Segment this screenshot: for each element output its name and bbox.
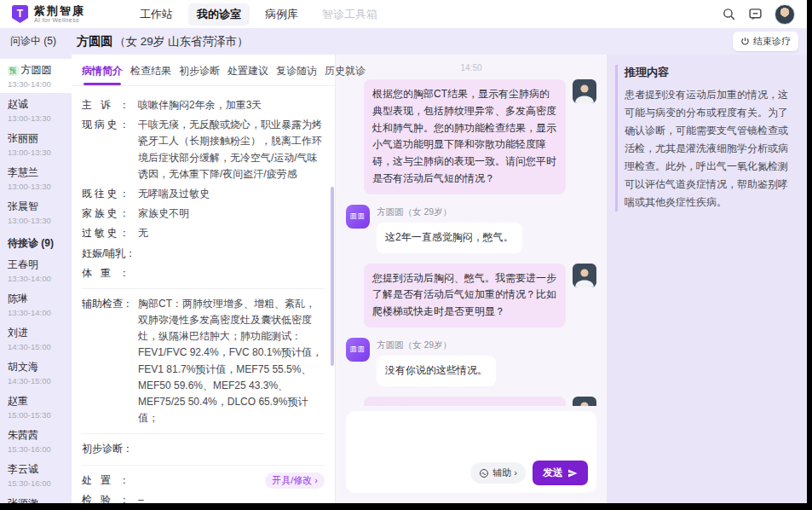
field-label: 体重： (82, 265, 130, 281)
patient-name: 方圆圆 (77, 34, 112, 48)
message-icon[interactable] (748, 7, 763, 21)
patient-list-sidebar: 预方圆圆 13:30-14:00 赵诚13:00-13:30 张丽丽13:00-… (0, 55, 72, 503)
reasoning-panel: 推理内容 患者提到没有运动后加重的情况，这可能与病变的分布或程度有关。为了确认诊… (607, 55, 807, 503)
patient-list-item[interactable]: 张丽丽13:00-13:30 (0, 127, 72, 161)
user-avatar[interactable] (775, 4, 795, 25)
message-bubble: 您提到活动后胸闷、憋气。我需要进一步了解是否有活动后气短加重的情况？比如爬楼梯或… (364, 264, 566, 327)
doctor-avatar (573, 264, 596, 287)
field-value: 干咳无痰，无反酸或烧心，职业暴露为烤瓷牙工人（长期接触粉尘），脱离工作环境后症状… (138, 117, 325, 183)
nav-my-clinic[interactable]: 我的诊室 (188, 3, 250, 26)
reasoning-title: 推理内容 (625, 65, 797, 80)
medical-record-panel: 病情简介 检查结果 初步诊断 处置建议 复诊随访 历史就诊 主诉：咳嗽伴胸闷2年… (72, 55, 335, 503)
patient-list-item[interactable]: 张晨智13:00-13:30 (0, 195, 72, 229)
reasoning-body: 患者提到没有运动后加重的情况，这可能与病变的分布或程度有关。为了确认诊断，可能需… (625, 86, 797, 212)
message-bubble: 我需要安排您进行支气管镜检查，以进一步明确肺部病变性质。这项检查可以帮助我们获取… (364, 397, 566, 406)
queue-status: 问诊中 (5) (0, 34, 72, 49)
send-button[interactable]: 发送 (533, 461, 588, 485)
search-icon[interactable] (722, 7, 736, 21)
patient-list-item[interactable]: 赵诚13:00-13:30 (0, 93, 72, 127)
tab-initial-diagnosis[interactable]: 初步诊断 (177, 61, 222, 85)
field-value: 无 (138, 225, 325, 241)
issue-modify-button[interactable]: 开具/修改 › (265, 472, 325, 489)
aux-exam-value: 胸部CT：两肺纹理增多、增粗、紊乱，双肺弥漫性多发高密度灶及囊状低密度灶，纵隔淋… (138, 296, 325, 427)
waiting-section-header: 待接诊 (9) (0, 229, 72, 253)
field-label: 检验： (82, 492, 130, 503)
tab-followup-visit[interactable]: 复诊随访 (274, 61, 319, 85)
brand-logo: T 紫荆智康 AI for Wellness (12, 5, 124, 24)
patient-message: 圆圆 方圆圆（女 29岁） 没有你说的这些情况。 (346, 338, 596, 386)
nav-case-library[interactable]: 病例库 (256, 3, 307, 26)
doctor-message: 根据您的胸部CT结果，显示有尘肺病的典型表现，包括肺纹理异常、多发高密度灶和肺气… (346, 79, 596, 194)
patient-list-item[interactable]: 陈琳13:30-14:00 (0, 287, 72, 322)
doctor-avatar (573, 397, 596, 406)
appointment-badge: 预 (8, 66, 19, 76)
patient-list-item[interactable]: 张源澈15:30-16:00 (0, 492, 72, 503)
nav-workstation[interactable]: 工作站 (131, 3, 181, 26)
tab-disposal-advice[interactable]: 处置建议 (226, 61, 270, 85)
message-bubble: 根据您的胸部CT结果，显示有尘肺病的典型表现，包括肺纹理异常、多发高密度灶和肺气… (364, 79, 566, 194)
patient-list-item[interactable]: 胡文海14:30-15:00 (0, 356, 72, 390)
patient-list-item[interactable]: 王春明13:30-14:00 (0, 253, 72, 287)
ai-assist-icon (479, 468, 489, 478)
divider (82, 465, 325, 466)
chat-input-card: 辅助 › 发送 (346, 411, 596, 493)
field-label: 现病史： (82, 117, 130, 133)
patient-avatar: 圆圆 (346, 205, 370, 229)
divider (82, 433, 325, 434)
field-label: 既往史： (82, 186, 130, 202)
brand-tagline: AI for Wellness (34, 17, 85, 24)
field-label: 妊娠/哺乳： (82, 246, 130, 262)
nav-smart-toolbox[interactable]: 智诊工具箱 (314, 3, 386, 26)
message-bubble: 没有你说的这些情况。 (377, 356, 496, 386)
brand-shield-icon: T (12, 5, 28, 23)
message-bubble: 这2年一直感觉胸闷，憋气。 (377, 223, 522, 253)
main-nav: 工作站 我的诊室 病例库 智诊工具箱 (131, 3, 386, 26)
record-scrollbar-thumb[interactable] (331, 187, 334, 366)
field-label: 处置： (82, 472, 130, 489)
chat-message-list: 14:50 根据您的胸部CT结果，显示有尘肺病的典型表现，包括肺纹理异常、多发高… (336, 55, 607, 406)
consultation-chat-panel: 14:50 根据您的胸部CT结果，显示有尘肺病的典型表现，包括肺纹理异常、多发高… (335, 55, 607, 503)
divider (82, 288, 325, 289)
field-label: 辅助检查： (82, 296, 130, 312)
field-value: 家族史不明 (138, 206, 325, 222)
field-label: 主诉： (82, 97, 130, 113)
patient-message-label: 方圆圆（女 29岁） (377, 339, 496, 351)
patient-message-label: 方圆圆（女 29岁） (377, 206, 522, 218)
patient-list-item[interactable]: 李慧兰13:00-13:30 (0, 161, 72, 195)
chat-input[interactable] (353, 418, 590, 462)
patient-title: 方圆圆（女 29岁 山东省菏泽市） (77, 34, 249, 49)
field-value: 无哮喘及过敏史 (138, 186, 325, 202)
field-label: 初步诊断： (82, 441, 130, 457)
doctor-avatar (573, 79, 596, 103)
top-navbar: T 紫荆智康 AI for Wellness 工作站 我的诊室 病例库 智诊工具… (0, 0, 807, 28)
power-icon (740, 37, 750, 46)
patient-list-item-selected[interactable]: 预方圆圆 13:30-14:00 (0, 59, 72, 93)
patient-list-item[interactable]: 朱茜茜15:30-16:00 (0, 424, 72, 458)
patient-list-item[interactable]: 刘进14:30-15:00 (0, 322, 72, 356)
patient-meta: （女 29岁 山东省菏泽市） (114, 35, 249, 48)
end-session-button[interactable]: 结束诊疗 (733, 32, 798, 51)
patient-avatar: 圆圆 (346, 338, 370, 362)
chat-timestamp: 14:50 (346, 63, 596, 72)
record-tabs: 病情简介 检查结果 初步诊断 处置建议 复诊随访 历史就诊 (72, 55, 335, 86)
doctor-message: 我需要安排您进行支气管镜检查，以进一步明确肺部病变性质。这项检查可以帮助我们获取… (346, 397, 596, 406)
patient-list-item[interactable]: 李云诚15:30-16:00 (0, 458, 72, 492)
tab-condition-summary[interactable]: 病情简介 (80, 61, 124, 85)
doctor-message: 您提到活动后胸闷、憋气。我需要进一步了解是否有活动后气短加重的情况？比如爬楼梯或… (346, 264, 596, 327)
patient-list-item[interactable]: 赵重15:00-15:30 (0, 390, 72, 424)
app-window: T 紫荆智康 AI for Wellness 工作站 我的诊室 病例库 智诊工具… (0, 0, 807, 503)
record-body: 主诉：咳嗽伴胸闷2年余，加重3天 现病史：干咳无痰，无反酸或烧心，职业暴露为烤瓷… (72, 86, 335, 503)
assist-button[interactable]: 辅助 › (470, 462, 526, 484)
tab-exam-results[interactable]: 检查结果 (129, 61, 173, 85)
field-label: 过敏史： (82, 225, 130, 241)
field-value: 咳嗽伴胸闷2年余，加重3天 (138, 97, 325, 113)
patient-message: 圆圆 方圆圆（女 29岁） 这2年一直感觉胸闷，憋气。 (346, 205, 596, 253)
send-icon (567, 468, 578, 478)
brand-name: 紫荆智康 (34, 5, 85, 17)
field-label: 家族史： (82, 206, 130, 222)
patient-header: 问诊中 (5) 方圆圆（女 29岁 山东省菏泽市） 结束诊疗 (0, 28, 807, 55)
tab-history-visits[interactable]: 历史就诊 (323, 61, 367, 85)
